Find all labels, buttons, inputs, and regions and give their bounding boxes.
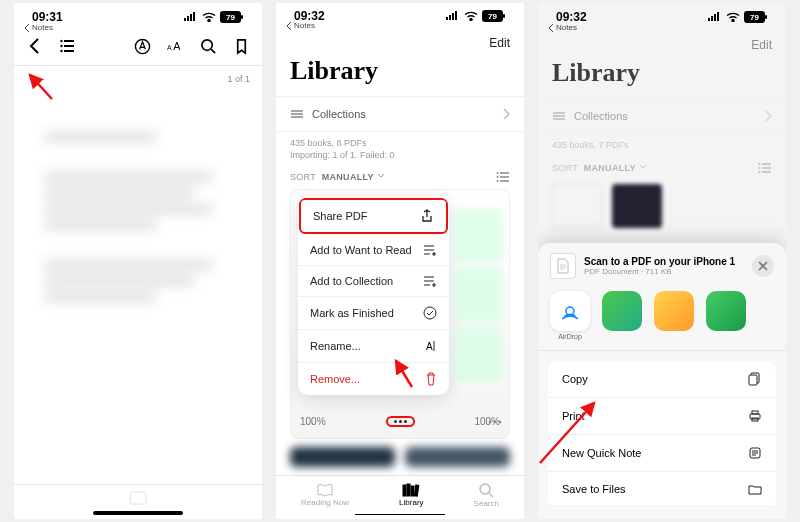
svg-point-20	[494, 421, 497, 424]
tab-reading-now[interactable]: Reading Now	[301, 483, 349, 507]
phone-screen-2: 09:32 79 Notes Edit Library Collections …	[276, 3, 524, 519]
wifi-icon	[726, 12, 740, 22]
home-indicator[interactable]	[93, 511, 183, 515]
svg-text:A: A	[167, 44, 172, 51]
share-doc-thumb	[550, 253, 576, 279]
sort-label: SORT	[552, 163, 578, 173]
share-actions: Copy Print New Quick Note Save to Files …	[548, 361, 776, 509]
book-preview-blur	[454, 209, 502, 381]
edit-button[interactable]: Edit	[751, 38, 772, 52]
edit-button[interactable]: Edit	[489, 36, 510, 50]
tab-library[interactable]: Library	[399, 483, 423, 507]
svg-rect-35	[749, 375, 757, 385]
home-indicator[interactable]	[355, 514, 445, 515]
svg-point-30	[759, 163, 761, 165]
chevron-right-icon	[764, 110, 772, 122]
svg-point-9	[202, 39, 212, 49]
collections-row[interactable]: Collections	[276, 96, 524, 132]
ctx-share-pdf[interactable]: Share PDF	[301, 200, 446, 232]
text-size-icon[interactable]: AA	[167, 38, 184, 55]
svg-text:79: 79	[750, 13, 759, 22]
close-button[interactable]	[752, 255, 774, 277]
signal-icon	[707, 12, 722, 22]
chevron-down-icon	[639, 164, 647, 170]
action-save-files[interactable]: Save to Files	[548, 472, 776, 507]
action-print[interactable]: Print	[548, 398, 776, 435]
share-doc-subtitle: PDF Document · 711 KB	[584, 267, 744, 276]
document-body-blur	[14, 92, 262, 484]
trash-icon	[425, 372, 437, 386]
back-icon[interactable]	[26, 37, 44, 55]
status-bar: 09:31 79	[14, 3, 262, 25]
back-app-label: Notes	[32, 23, 53, 32]
action-note-label: New Quick Note	[562, 447, 641, 459]
view-list-icon[interactable]	[496, 171, 510, 183]
reader-bottombar	[14, 484, 262, 507]
list-add-icon	[423, 244, 437, 256]
collections-label: Collections	[574, 110, 628, 122]
page-indicator: 1 of 1	[14, 66, 262, 92]
action-quick-note[interactable]: New Quick Note	[548, 435, 776, 472]
status-time: 09:31	[32, 10, 63, 24]
folder-icon	[748, 483, 762, 495]
svg-rect-24	[411, 486, 414, 496]
library-stats: 435 books, 8 PDFs Importing: 1 of 1. Fai…	[276, 132, 524, 161]
svg-text:79: 79	[488, 12, 497, 21]
share-sheet: Scan to a PDF on your iPhone 1 PDF Docum…	[538, 243, 786, 519]
rename-icon: A	[423, 339, 437, 353]
search-icon[interactable]	[200, 38, 217, 55]
svg-rect-12	[503, 14, 505, 18]
collections-row[interactable]: Collections	[538, 98, 786, 134]
svg-point-31	[759, 167, 761, 169]
target-app-1[interactable]	[600, 291, 644, 340]
action-share-notability[interactable]: Share to Notability	[548, 507, 776, 509]
sort-label: SORT	[290, 172, 316, 182]
book-covers-blur	[276, 439, 524, 474]
sort-value[interactable]: MANUALLY	[584, 163, 636, 173]
target-airdrop[interactable]: AirDrop	[548, 291, 592, 340]
target-app-2[interactable]	[652, 291, 696, 340]
ctx-remove[interactable]: Remove...	[298, 363, 449, 395]
doc-icon	[556, 258, 570, 274]
status-bar: 09:32 79	[538, 3, 786, 25]
more-button[interactable]	[386, 416, 415, 427]
wifi-icon	[202, 12, 216, 22]
view-list-icon[interactable]	[758, 162, 772, 174]
ctx-coll-label: Add to Collection	[310, 275, 393, 287]
bookmark-icon[interactable]	[233, 38, 250, 55]
back-to-app[interactable]: Notes	[538, 23, 786, 32]
library-stats: 435 books, 7 PDFs	[538, 134, 786, 152]
svg-point-26	[480, 484, 490, 494]
stats-books: 435 books, 7 PDFs	[552, 140, 772, 152]
more-icon-right[interactable]	[488, 420, 502, 424]
svg-point-4	[60, 45, 62, 47]
action-copy[interactable]: Copy	[548, 361, 776, 398]
svg-point-21	[499, 421, 502, 424]
target-airdrop-label: AirDrop	[558, 333, 582, 340]
target-app-3[interactable]	[704, 291, 748, 340]
back-to-app[interactable]: Notes	[276, 21, 524, 30]
svg-point-5	[60, 50, 62, 52]
contents-icon[interactable]	[60, 37, 78, 55]
status-bar: 09:32 79	[276, 3, 524, 23]
tab-bar: Reading Now Library Search	[276, 475, 524, 510]
check-circle-icon	[423, 306, 437, 320]
ctx-want-to-read[interactable]: Add to Want to Read	[298, 235, 449, 266]
ctx-add-collection[interactable]: Add to Collection	[298, 266, 449, 297]
page-title: Library	[538, 58, 786, 98]
close-icon	[758, 261, 768, 271]
tab-search[interactable]: Search	[474, 482, 499, 508]
progress-row: 100% 100%	[300, 416, 500, 427]
back-to-app[interactable]: Notes	[14, 23, 262, 32]
stats-import: Importing: 1 of 1. Failed: 0	[290, 150, 510, 162]
reader-toolbar: AA	[14, 32, 262, 66]
ctx-mark-finished[interactable]: Mark as Finished	[298, 297, 449, 330]
sort-value[interactable]: MANUALLY	[322, 172, 374, 182]
action-copy-label: Copy	[562, 373, 588, 385]
page-title: Library	[276, 56, 524, 96]
ctx-rename[interactable]: Rename... A	[298, 330, 449, 363]
collections-label: Collections	[312, 108, 366, 120]
signal-icon	[445, 11, 460, 21]
svg-point-15	[497, 176, 499, 178]
markup-icon[interactable]	[134, 38, 151, 55]
